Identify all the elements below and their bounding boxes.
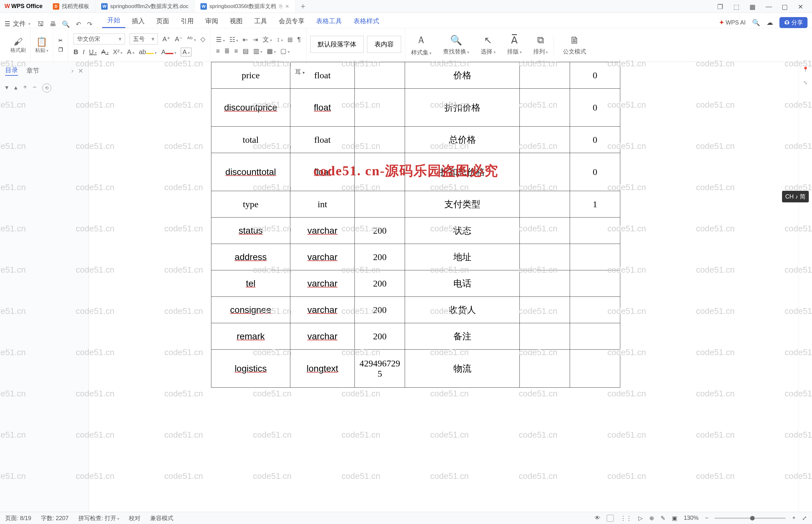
sort-icon[interactable]: ⊞ bbox=[287, 36, 293, 44]
tab-templates[interactable]: D 找稻壳模板 bbox=[47, 0, 95, 13]
font-color-button[interactable]: A bbox=[161, 48, 176, 56]
borders-icon[interactable]: ▢ bbox=[280, 47, 289, 55]
change-case-icon[interactable]: ᴬᵇ bbox=[187, 35, 196, 43]
minimize-icon[interactable]: — bbox=[766, 3, 773, 10]
table-cell[interactable]: 0 bbox=[570, 153, 620, 191]
clear-format-icon[interactable]: ◇ bbox=[200, 35, 205, 43]
table-cell[interactable] bbox=[520, 62, 570, 88]
table-cell[interactable]: logistics bbox=[211, 350, 290, 388]
menu-home[interactable]: 开始 bbox=[102, 13, 125, 28]
table-cell[interactable]: 收货人 bbox=[405, 297, 520, 323]
table-cell[interactable]: total bbox=[211, 127, 290, 153]
view-read-icon[interactable]: ▷ bbox=[638, 515, 643, 522]
table-cell[interactable]: int bbox=[290, 191, 354, 217]
table-cell[interactable]: 支付类型 bbox=[405, 191, 520, 217]
gov-mode-button[interactable]: 🗎 公文模式 bbox=[553, 35, 592, 55]
menu-insert[interactable]: 插入 bbox=[127, 14, 150, 28]
new-tab-button[interactable]: + bbox=[296, 1, 311, 11]
numbering-icon[interactable]: ☷ bbox=[229, 36, 238, 44]
table-cell[interactable]: 0 bbox=[570, 127, 620, 153]
justify-icon[interactable]: ▤ bbox=[243, 47, 249, 55]
decrease-font-icon[interactable]: A⁻ bbox=[175, 35, 183, 43]
table-cell[interactable]: price bbox=[211, 62, 290, 88]
pin-icon[interactable]: 📍 bbox=[802, 66, 809, 72]
table-cell[interactable] bbox=[520, 217, 570, 244]
table-cell[interactable]: tel bbox=[211, 271, 290, 297]
nav-close-icon[interactable]: ✕ bbox=[78, 67, 83, 75]
view-eye-icon[interactable]: 👁 bbox=[595, 515, 600, 521]
menu-page[interactable]: 页面 bbox=[151, 14, 174, 28]
table-cell[interactable]: varchar bbox=[290, 271, 354, 297]
save-icon[interactable]: 🖫 bbox=[37, 20, 44, 28]
table-cell[interactable] bbox=[520, 244, 570, 271]
expand-icon[interactable]: ▴ bbox=[14, 83, 17, 93]
line-spacing-icon[interactable]: ↕ bbox=[277, 36, 283, 43]
arrange-button[interactable]: ⧉ 排列 bbox=[528, 34, 553, 55]
table-cell[interactable] bbox=[570, 323, 620, 350]
collapse-icon[interactable]: ▾ bbox=[5, 83, 9, 93]
align-left-icon[interactable]: ≡ bbox=[216, 47, 220, 55]
table-cell[interactable] bbox=[520, 297, 570, 323]
table-cell[interactable] bbox=[520, 153, 570, 191]
table-cell[interactable] bbox=[570, 244, 620, 271]
zoom-slider[interactable] bbox=[715, 518, 785, 519]
spellcheck-status[interactable]: 拼写检查: 打开 bbox=[78, 514, 119, 522]
multi-window-icon[interactable]: ❐ bbox=[717, 3, 724, 10]
cloud-icon[interactable]: ☁ bbox=[766, 19, 773, 27]
view-web-icon[interactable]: ⊕ bbox=[649, 515, 654, 522]
preview-icon[interactable]: 🔍 bbox=[62, 20, 70, 28]
increase-indent-icon[interactable]: ⇥ bbox=[253, 36, 258, 44]
close-tab-icon[interactable]: ✕ bbox=[285, 3, 289, 9]
undo-icon[interactable]: ↶ bbox=[76, 20, 81, 28]
paste-icon[interactable]: 📋 bbox=[36, 36, 47, 47]
decrease-indent-icon[interactable]: ⇤ bbox=[243, 36, 248, 44]
table-cell[interactable]: discountprice bbox=[211, 88, 290, 127]
style-content[interactable]: 表内容 bbox=[367, 36, 401, 53]
word-count[interactable]: 字数: 2207 bbox=[41, 514, 69, 522]
bold-button[interactable]: B bbox=[73, 48, 78, 56]
nav-next-icon[interactable]: › bbox=[71, 67, 73, 75]
table-cell[interactable]: float bbox=[290, 127, 354, 153]
expand-pane-icon[interactable]: ⤡ bbox=[803, 80, 808, 86]
table-cell[interactable]: longtext bbox=[290, 350, 354, 388]
table-cell[interactable]: 200 bbox=[355, 271, 405, 297]
tab-doc-1[interactable]: W springbootf8m2v数据库文档.doc bbox=[95, 0, 195, 13]
table-cell[interactable]: 状态 bbox=[405, 217, 520, 244]
sync-icon[interactable]: ⟲ bbox=[42, 83, 51, 93]
menu-review[interactable]: 审阅 bbox=[200, 14, 223, 28]
table-cell[interactable]: 价格 bbox=[405, 62, 520, 88]
table-cell[interactable] bbox=[355, 127, 405, 153]
find-replace-button[interactable]: 🔍 查找替换 bbox=[437, 34, 475, 55]
table-cell[interactable] bbox=[520, 191, 570, 217]
wps-ai-button[interactable]: ✦WPS AI bbox=[719, 19, 746, 26]
print-icon[interactable]: 🖶 bbox=[50, 20, 56, 28]
italic-button[interactable]: I bbox=[83, 48, 85, 56]
char-shading-button[interactable]: A bbox=[181, 48, 192, 56]
table-cell[interactable]: discounttotal bbox=[211, 153, 290, 191]
nav-tab-outline[interactable]: 目录 bbox=[5, 66, 18, 76]
show-marks-icon[interactable]: ¶ bbox=[297, 36, 301, 43]
tab-doc-2-active[interactable]: W springboot0356t数据库文档 ⎘ ✕ bbox=[195, 0, 296, 13]
table-cell[interactable]: 电话 bbox=[405, 271, 520, 297]
style-set-button[interactable]: Ａ 样式集 bbox=[405, 33, 437, 56]
ime-indicator[interactable]: CH ♪ 简 bbox=[782, 191, 809, 202]
menu-member[interactable]: 会员专享 bbox=[274, 14, 310, 28]
table-cell[interactable]: status bbox=[211, 217, 290, 244]
table-cell[interactable]: varchar bbox=[290, 323, 354, 350]
underline-button[interactable]: U bbox=[89, 48, 97, 56]
proofing-status[interactable]: 校对 bbox=[129, 514, 140, 522]
table-cell[interactable]: 200 bbox=[355, 297, 405, 323]
select-button[interactable]: ↖ 选择 bbox=[475, 34, 501, 55]
table-cell[interactable]: consignee bbox=[211, 297, 290, 323]
page-indicator[interactable]: 页面: 8/19 bbox=[5, 514, 31, 522]
document-area[interactable]: 耳 code51. cn-源码乐园盗图必究 pricefloat价格0disco… bbox=[155, 62, 657, 512]
table-cell[interactable]: type bbox=[211, 191, 290, 217]
menu-table-style[interactable]: 表格样式 bbox=[348, 14, 384, 28]
view-tools-icon[interactable]: ✎ bbox=[661, 515, 665, 522]
style-default[interactable]: 默认段落字体 bbox=[310, 36, 364, 53]
bullets-icon[interactable]: ☰ bbox=[216, 36, 225, 44]
text-effects-button[interactable]: A bbox=[127, 48, 134, 56]
nav-tab-chapters[interactable]: 章节 bbox=[27, 66, 39, 75]
table-cell[interactable]: varchar bbox=[290, 217, 354, 244]
zoom-value[interactable]: 130% bbox=[684, 515, 699, 521]
